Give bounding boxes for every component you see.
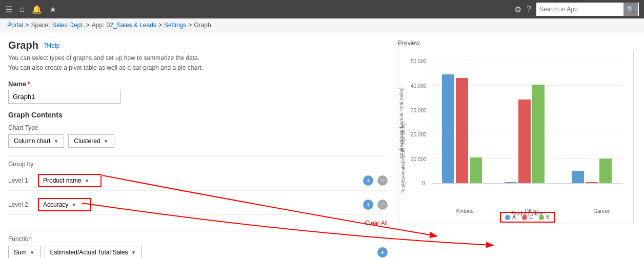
legend-container: A C B <box>427 212 628 223</box>
home-icon[interactable]: ⌂ <box>19 5 25 14</box>
required-mark: * <box>27 80 30 88</box>
bar-group-kintone <box>442 74 482 183</box>
chevron-down-icon: ▼ <box>53 138 58 144</box>
bar-garoon-green <box>599 158 612 183</box>
level2-highlight-box: Accuracy ▼ <box>38 198 91 211</box>
clustered-dropdown[interactable]: Clustered ▼ <box>68 134 114 148</box>
bar-group-office <box>505 85 545 183</box>
nav-icons-right: ⚙ ? 🔍 <box>514 3 639 16</box>
chart-type-label: Chart Type <box>8 124 388 131</box>
breadcrumb-app-label: App: <box>92 22 105 29</box>
legend-dot-b <box>539 215 544 220</box>
chart-container: Total(Estimated/Actual Total Sales) 50,0… <box>398 50 634 224</box>
name-field: Name* <box>8 80 388 104</box>
bar-office-green <box>532 85 545 183</box>
function-field-dropdown[interactable]: Estimated/Actual Total Sales ▼ <box>45 246 142 258</box>
function-plus-btn[interactable]: + <box>377 247 388 257</box>
bar-kintone-red <box>456 78 468 183</box>
ytick-40000: 40,000 <box>411 83 427 88</box>
page-title-row: Graph ?Help <box>8 39 388 51</box>
nav-icons-left: ☰ ⌂ 🔔 ★ <box>5 5 507 14</box>
bar-garoon-blue <box>572 171 584 183</box>
section-separator-2 <box>8 231 388 231</box>
hamburger-icon[interactable]: ☰ <box>5 5 12 14</box>
ytick-20000: 20,000 <box>411 132 427 137</box>
right-panel: Preview Total(Estimated/Actual Total Sal… <box>398 39 634 258</box>
legend-item-c: C <box>522 214 533 220</box>
ytick-30000: 30,000 <box>411 107 427 113</box>
legend-item-b: B <box>539 214 550 220</box>
ytick-10000: 10,000 <box>411 156 427 162</box>
left-panel: Graph ?Help You can select types of grap… <box>8 39 388 258</box>
level1-minus-btn[interactable]: − <box>377 175 388 186</box>
chart-area: 50,000 40,000 30,000 20,000 10,000 0 <box>432 61 623 184</box>
level2-dropdown[interactable]: Accuracy ▼ <box>39 199 90 210</box>
level2-plus-btn[interactable]: + <box>363 200 373 210</box>
bar-office-red <box>518 100 531 183</box>
page-title: Graph <box>8 39 38 51</box>
ytick-50000: 50,000 <box>411 58 427 64</box>
top-nav: ☰ ⌂ 🔔 ★ ⚙ ? 🔍 <box>0 0 644 18</box>
y-axis-title: Total(Estimated/Actual Total Sales) <box>397 50 406 195</box>
gear-icon[interactable]: ⚙ <box>514 5 521 14</box>
breadcrumb-app[interactable]: 02_Sales & Leads <box>106 22 156 29</box>
legend-dot-c <box>522 215 527 220</box>
breadcrumb-sales-dept[interactable]: Sales Dept. <box>52 22 84 29</box>
level1-dropdown[interactable]: Product name ▼ <box>39 175 100 186</box>
bar-garoon-red <box>586 182 598 183</box>
page-desc-2: You can also create a pivot table as wel… <box>8 63 388 73</box>
breadcrumb-settings[interactable]: Settings <box>164 22 186 29</box>
help-link[interactable]: ?Help <box>44 42 59 49</box>
graph-contents-title: Graph Contents <box>8 111 388 119</box>
level1-row: Level 1: Product name ▼ + − <box>8 171 388 191</box>
level1-label: Level 1: <box>8 177 34 184</box>
level1-plus-btn[interactable]: + <box>363 175 373 186</box>
main-content: Graph ?Help You can select types of grap… <box>0 32 644 258</box>
breadcrumb: Portal > Space: Sales Dept. > App: 02_Sa… <box>0 18 644 32</box>
bar-office-blue <box>505 182 517 183</box>
chart-type-row: Column chart ▼ Clustered ▼ <box>8 134 388 148</box>
level1-highlight-box: Product name ▼ <box>38 174 102 187</box>
y-axis-title-text: Total(Estimated/Actual Total Sales) <box>399 87 404 158</box>
search-box[interactable]: 🔍 <box>536 3 639 16</box>
chevron-down-icon-6: ▼ <box>131 250 136 255</box>
search-button[interactable]: 🔍 <box>623 3 638 16</box>
graph-name-input[interactable] <box>8 90 121 104</box>
chevron-down-icon-3: ▼ <box>85 178 90 184</box>
function-sum-dropdown[interactable]: Sum ▼ <box>8 246 41 258</box>
clear-all-link-1[interactable]: Clear All <box>365 220 388 227</box>
chart-type-dropdown[interactable]: Column chart ▼ <box>8 134 64 148</box>
star-icon[interactable]: ★ <box>49 5 56 14</box>
chevron-down-icon-2: ▼ <box>104 138 109 144</box>
gridline-50000: 50,000 <box>432 61 623 61</box>
breadcrumb-graph: Graph <box>194 22 211 29</box>
legend-dot-a <box>505 215 510 220</box>
help-icon[interactable]: ? <box>527 5 531 14</box>
chevron-down-icon-4: ▼ <box>71 202 76 208</box>
name-label: Name* <box>8 80 388 88</box>
level2-label: Level 2: <box>8 201 34 208</box>
level2-minus-btn[interactable]: − <box>377 200 388 210</box>
bar-kintone-blue <box>442 74 454 183</box>
bar-kintone-green <box>470 157 482 183</box>
clear-all-group-by: Clear All <box>8 219 388 227</box>
function-row: Sum ▼ Estimated/Actual Total Sales ▼ + <box>8 246 388 258</box>
legend-highlight-box: A C B <box>500 212 555 223</box>
level2-row: Level 2: Accuracy ▼ + − <box>8 195 388 215</box>
section-separator <box>8 156 388 156</box>
breadcrumb-space: Space: <box>31 22 50 29</box>
bar-group-garoon <box>572 158 612 183</box>
graph-contents-section: Graph Contents Chart Type Column chart ▼… <box>8 111 388 258</box>
chevron-down-icon-5: ▼ <box>30 250 35 255</box>
preview-label: Preview <box>398 39 634 47</box>
group-by-label: Group by <box>8 161 388 168</box>
page-desc-1: You can select types of graphs and set u… <box>8 53 388 63</box>
ytick-0: 0 <box>422 181 425 186</box>
function-label: Function <box>8 235 388 243</box>
breadcrumb-portal[interactable]: Portal <box>7 22 23 29</box>
legend-item-a: A <box>505 214 516 220</box>
search-input[interactable] <box>536 3 623 16</box>
bell-icon[interactable]: 🔔 <box>32 5 42 14</box>
